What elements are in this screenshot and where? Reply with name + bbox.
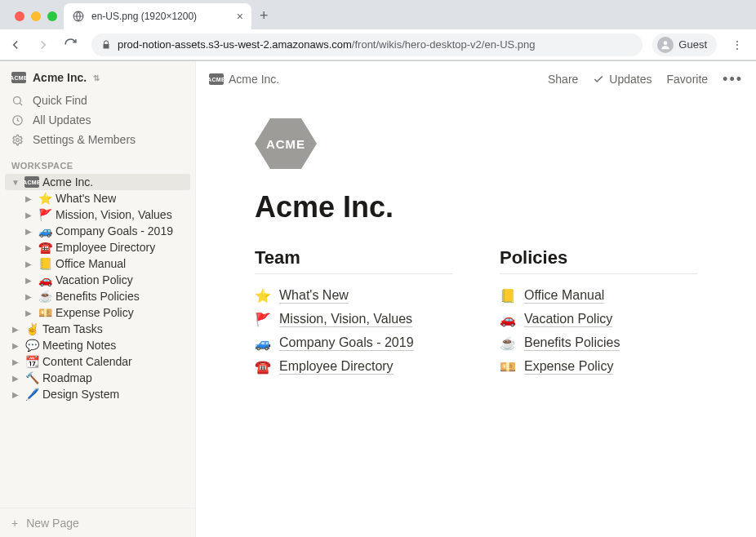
page-menu-button[interactable]: ••• [723, 71, 743, 88]
tree-item[interactable]: ▶☕Benefits Policies [5, 288, 190, 304]
page-link[interactable]: ☕Benefits Policies [500, 331, 697, 355]
page-emoji-icon: 💴 [500, 359, 516, 375]
topbar: ACME Acme Inc. Share Updates Favorite ••… [196, 61, 756, 97]
window-controls [8, 11, 64, 29]
reload-button[interactable] [64, 38, 82, 51]
page-link[interactable]: 🚙Company Goals - 2019 [255, 331, 452, 355]
tree-item-label: Roadmap [42, 371, 92, 384]
page-emoji-icon: 🚙 [38, 224, 52, 237]
minimize-window-button[interactable] [31, 11, 41, 21]
page-emoji-icon: ☕ [500, 335, 516, 351]
forward-button[interactable] [36, 38, 54, 52]
chevron-right-icon[interactable]: ▶ [23, 211, 34, 220]
tree-item[interactable]: ▶💬Meeting Notes [5, 337, 190, 353]
browser-chrome: en-US.png (1920×1200) × + prod-notion-as… [0, 0, 756, 61]
page-tree: ▼ACMEAcme Inc.▶⭐What's New▶🚩Mission, Vis… [0, 174, 195, 409]
globe-icon [72, 10, 85, 23]
address-bar: prod-notion-assets.s3-us-west-2.amazonaw… [0, 29, 756, 60]
svg-point-1 [664, 41, 668, 45]
tree-item[interactable]: ▶🚗Vacation Policy [5, 272, 190, 288]
browser-tab[interactable]: en-US.png (1920×1200) × [64, 3, 251, 29]
page-emoji-icon: 💬 [24, 339, 39, 352]
chevron-right-icon[interactable]: ▶ [23, 260, 34, 268]
all-updates-label: All Updates [33, 113, 91, 126]
chevron-right-icon[interactable]: ▶ [23, 227, 34, 236]
clock-icon [11, 114, 24, 126]
quick-find-button[interactable]: Quick Find [0, 91, 195, 110]
back-button[interactable] [8, 38, 26, 52]
svg-point-2 [14, 96, 21, 104]
chevron-right-icon[interactable]: ▶ [10, 341, 21, 350]
tree-item[interactable]: ▶☎️Employee Directory [5, 239, 190, 255]
tree-item[interactable]: ▶📒Office Manual [5, 255, 190, 272]
all-updates-button[interactable]: All Updates [0, 110, 195, 130]
new-page-button[interactable]: + New Page [0, 508, 195, 537]
page-link-label: What's New [279, 288, 349, 304]
share-label: Share [548, 73, 578, 86]
chevron-right-icon[interactable]: ▶ [10, 390, 21, 399]
tree-item-label: Meeting Notes [42, 339, 116, 352]
page-link[interactable]: ☎️Employee Directory [255, 355, 452, 379]
check-icon [593, 73, 604, 85]
chevron-right-icon[interactable]: ▶ [23, 276, 34, 285]
chevron-right-icon[interactable]: ▶ [23, 194, 34, 203]
chevron-right-icon[interactable]: ▶ [23, 292, 34, 301]
workspace-icon: ACME [11, 72, 26, 83]
page-emoji-icon: ✌️ [24, 322, 39, 335]
chevron-right-icon[interactable]: ▶ [10, 357, 21, 366]
tree-item-label: Company Goals - 2019 [56, 224, 173, 237]
chevron-right-icon[interactable]: ▶ [23, 243, 34, 252]
page-emoji-icon: 🔨 [24, 371, 39, 384]
page-link[interactable]: 🚗Vacation Policy [500, 308, 697, 331]
url-input[interactable]: prod-notion-assets.s3-us-west-2.amazonaw… [91, 33, 643, 56]
profile-label: Guest [678, 38, 707, 51]
new-tab-button[interactable]: + [251, 7, 277, 29]
tree-item[interactable]: ▶🖊️Design System [5, 386, 190, 402]
page-link[interactable]: 🚩Mission, Vision, Values [255, 308, 452, 331]
search-icon [11, 95, 24, 107]
tree-item-label: Team Tasks [42, 322, 103, 335]
page-content: ACME Acme Inc. Team⭐What's New🚩Mission, … [196, 97, 756, 411]
tree-item[interactable]: ▶✌️Team Tasks [5, 321, 190, 337]
page-emoji-icon: ☎️ [38, 241, 52, 254]
maximize-window-button[interactable] [47, 11, 57, 21]
chevron-right-icon[interactable]: ▶ [10, 374, 21, 383]
tree-item[interactable]: ▶💴Expense Policy [5, 304, 190, 321]
tree-item[interactable]: ▶🚙Company Goals - 2019 [5, 223, 190, 239]
tree-item[interactable]: ▶🔨Roadmap [5, 370, 190, 386]
chevron-down-icon[interactable]: ▼ [10, 178, 21, 187]
page-emoji-icon: ACME [24, 176, 39, 188]
updates-button[interactable]: Updates [593, 73, 651, 86]
tree-item-label: Design System [42, 388, 119, 401]
breadcrumb[interactable]: ACME Acme Inc. [209, 73, 279, 86]
tree-item[interactable]: ▼ACMEAcme Inc. [5, 174, 190, 190]
share-button[interactable]: Share [548, 73, 578, 86]
page-link-label: Vacation Policy [524, 312, 612, 327]
browser-menu-button[interactable]: ⋮ [727, 38, 748, 51]
tree-item-label: Vacation Policy [56, 273, 133, 286]
tree-item-label: Expense Policy [56, 306, 134, 319]
page-emoji-icon: 📒 [38, 257, 52, 270]
settings-button[interactable]: Settings & Members [0, 130, 195, 149]
tree-item[interactable]: ▶📆Content Calendar [5, 353, 190, 370]
page-emoji-icon: 🚙 [255, 335, 271, 351]
workspace-switcher[interactable]: ACME Acme Inc. ⇅ [0, 61, 195, 91]
page-link-label: Employee Directory [279, 359, 394, 375]
close-tab-button[interactable]: × [237, 10, 243, 23]
favorite-button[interactable]: Favorite [667, 73, 709, 86]
chevron-right-icon[interactable]: ▶ [23, 308, 34, 317]
page-link[interactable]: 💴Expense Policy [500, 355, 697, 379]
page-emoji-icon: ☕ [38, 290, 52, 303]
tree-item-label: Content Calendar [42, 355, 132, 368]
profile-chip[interactable]: Guest [652, 33, 717, 56]
page-link[interactable]: 📒Office Manual [500, 284, 697, 308]
page-emoji-icon: ☎️ [255, 359, 271, 375]
page-emoji-icon: ⭐ [255, 288, 271, 304]
page-link[interactable]: ⭐What's New [255, 284, 452, 308]
quick-find-label: Quick Find [33, 94, 87, 107]
tree-item[interactable]: ▶⭐What's New [5, 190, 190, 206]
chevron-right-icon[interactable]: ▶ [10, 325, 21, 334]
close-window-button[interactable] [15, 11, 24, 21]
tree-item[interactable]: ▶🚩Mission, Vision, Values [5, 206, 190, 223]
svg-point-4 [16, 138, 20, 141]
